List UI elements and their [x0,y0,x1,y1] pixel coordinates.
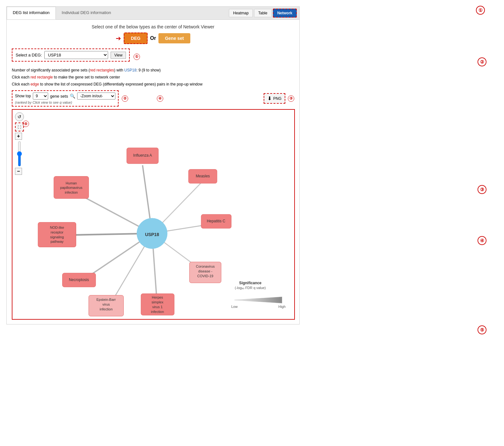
legend-gradient [234,297,282,303]
node-hpv-label3: infection [65,190,78,194]
node-hpv-label1: Human [66,181,77,185]
info-line-2: Click each red rectangle to make the gen… [12,74,294,80]
node-covid-label2: disease - [198,269,213,273]
search-icon: 🔍 [70,93,75,99]
type-buttons-row: ➔ DEG Or Gene set [12,33,294,44]
network-area: ↺ ⛶ ⑤ + − [12,109,295,320]
deg-dropdown[interactable]: USP18 [44,51,108,59]
node-hepatitis-label: Hepatitis C [207,219,226,223]
tab-deg-list[interactable]: DEG list information [7,7,56,19]
fit-control[interactable]: ⛶ ⑤ [15,123,24,131]
controls-box: Show top 9 1234 567810 gene sets 🔍 -Zoom… [12,90,119,107]
node-necroptosis-label: Necroptosis [69,278,89,282]
zoom-controls: ↺ ⛶ ⑤ + − [15,112,24,175]
node-nod-label1: NOD-like [50,226,64,229]
zoom-slider-container [15,141,24,167]
node-herpes-label2: simplex [151,300,164,304]
deg-selector-box: Select a DEG: USP18 View [12,48,130,62]
node-nod-label4: pathway [50,240,63,243]
node-herpes-label3: virus 1 [152,305,163,309]
annotation-badge-4-right: ④ [478,236,486,245]
show-top-select[interactable]: 9 1234 567810 [33,93,48,100]
gene-sets-label: gene sets [50,94,68,99]
node-nod-label3: signaling [50,235,64,239]
node-hpv-label2: papillomavirus [60,186,83,190]
content-area: Select one of the below types as the cen… [7,20,299,324]
node-herpes-label4: infection [151,310,164,314]
annotation-badge-2-right: ② [478,57,486,66]
annotation-badge-1-inline: ① [134,54,140,60]
node-herpes-label1: Herpes [152,295,163,299]
node-epstein-label3: infection [100,307,113,311]
show-top-label: Show top [15,94,31,98]
tab-spacer [117,7,226,19]
network-svg: USP18 Influenza A Measles Human papillom… [12,110,294,319]
info-line-1: Number of significantly associated gene … [12,67,294,73]
info-line-3: Click each edge to show the list of coex… [12,81,294,87]
zoom-plus-button[interactable]: + [15,133,22,140]
deg-type-button[interactable]: DEG [124,33,147,44]
zoom-minus-button[interactable]: − [15,168,22,175]
annotation-badge-2: ② [122,95,128,102]
annotation-badge-3: ③ [288,95,294,102]
node-covid-label1: Coronavirus [196,264,215,268]
annotation-badge-1-top: ① [476,6,485,15]
main-panel: DEG list information Individual DEG info… [6,6,300,324]
node-measles-label: Measles [196,174,210,178]
node-epstein-label2: virus [102,302,110,306]
legend-high-label: High [278,305,285,308]
fit-icon: ⛶ [18,125,21,129]
select-deg-label: Select a DEG: [16,53,42,57]
select-center-text: Select one of the below types as the cen… [12,24,294,29]
controls-inner: Show top 9 1234 567810 gene sets 🔍 -Zoom… [15,93,115,100]
annotation-badge-4: ④ [157,95,163,102]
tab-individual-deg[interactable]: Individual DEG information [56,7,117,19]
node-nod-label2: receptor [51,230,63,234]
legend-title: Significance [239,281,262,285]
geneset-type-button[interactable]: Gene set [158,33,190,43]
node-epstein-label1: Epstein-Barr [97,298,116,301]
outer-container: ① DEG list information Individual DEG in… [0,0,504,446]
center-node-label: USP18 [145,232,159,237]
node-influenza-label: Influenza A [133,153,152,158]
table-view-button[interactable]: Table [254,9,272,17]
zoom-select[interactable]: -Zoom in/out- Zoom in Zoom out Reset zoo… [77,93,115,100]
node-covid-label3: COVID-19 [197,274,213,278]
legend-low-label: Low [231,305,237,308]
view-button[interactable]: View [111,52,126,59]
annotation-badge-5-right: ⑤ [478,325,486,334]
controls-sub-text: (ranked by Click view to see q value) [15,100,115,104]
red-arrow-icon: ➔ [116,34,121,42]
download-icon: ⬇ [267,95,272,101]
annotation-badge-3-right: ③ [478,185,486,194]
legend-subtitle: (-log₁₀ FDR q value) [235,286,266,290]
png-download-button[interactable]: ⬇ PNG [264,93,285,104]
network-view-button[interactable]: Network [273,9,297,18]
annotation-badge-5: ⑤ [23,121,29,127]
rotate-control[interactable]: ↺ [15,112,24,121]
heatmap-view-button[interactable]: Heatmap [229,9,253,17]
view-buttons-group: Heatmap Table Network [226,7,299,19]
or-text: Or [150,35,156,41]
zoom-slider[interactable] [17,141,22,167]
tab-bar: DEG list information Individual DEG info… [7,7,299,20]
